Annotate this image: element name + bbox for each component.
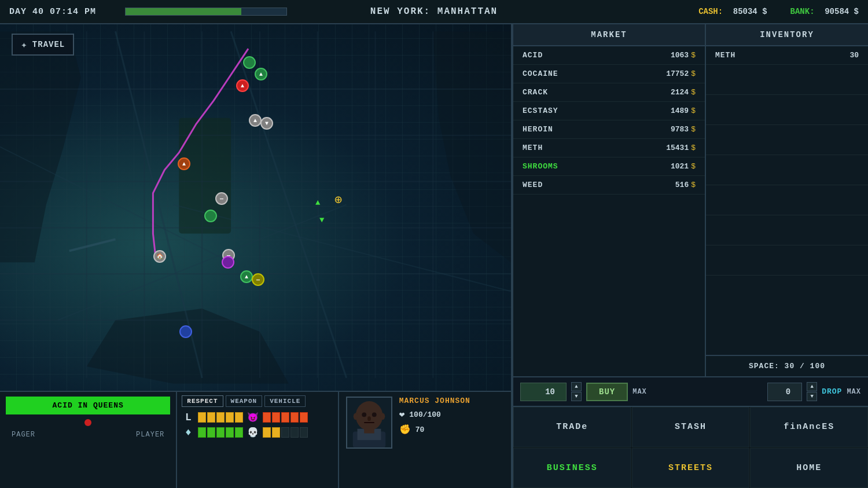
drug-row-cocaine[interactable]: COCAINE 17752 $ bbox=[513, 65, 705, 83]
location-label: NEW YORK: MANHATTAN bbox=[370, 6, 498, 17]
svg-point-27 bbox=[355, 401, 382, 431]
drug-row-meth[interactable]: METH 15431 $ bbox=[513, 139, 705, 157]
drug-row-crack[interactable]: CRACK 2124 $ bbox=[513, 83, 705, 102]
svg-point-32 bbox=[353, 413, 358, 420]
ebar-2 bbox=[272, 412, 280, 423]
map-svg bbox=[0, 24, 511, 391]
marker-white-1[interactable]: ▲ bbox=[249, 114, 262, 127]
drug-row-weed[interactable]: WEED 516 $ bbox=[513, 176, 705, 195]
sbar-4 bbox=[290, 427, 299, 438]
day-time: DAY 40 07:14 PM bbox=[9, 7, 113, 17]
stat-bars-diamond bbox=[198, 427, 243, 438]
drug-price-weed: 516 bbox=[675, 181, 689, 189]
svg-point-28 bbox=[362, 412, 366, 417]
character-section: MARCUS JOHNSON ❤️ 100/100 ✊ 70 bbox=[338, 392, 511, 488]
stat-row-level: L 😈 bbox=[182, 412, 333, 423]
svg-line-22 bbox=[69, 239, 116, 251]
travel-button[interactable]: ✦ TRAVEL bbox=[12, 34, 74, 56]
map-container[interactable]: ▲ ▲ ▲ ▼ ▲ — — ▲ — 🏠 ⊕ ▲ ▼ ✦ bbox=[0, 24, 512, 391]
sell-qty-down[interactable]: ▼ bbox=[807, 392, 817, 401]
drug-row-heroin[interactable]: HEROIN 9783 $ bbox=[513, 120, 705, 139]
char-strength-row: ✊ 70 bbox=[399, 424, 470, 435]
sell-spinners: ▲ ▼ bbox=[807, 382, 817, 401]
drug-row-shrooms[interactable]: SHROOMS 1021 $ bbox=[513, 157, 705, 176]
char-health-row: ❤️ 100/100 bbox=[399, 409, 470, 420]
space-indicator: SPACE: 30 / 100 bbox=[706, 355, 868, 376]
marker-green-3[interactable] bbox=[204, 210, 217, 222]
finances-button[interactable]: finAncES bbox=[750, 407, 868, 447]
marker-blue-1[interactable] bbox=[179, 325, 192, 338]
buy-quantity-input[interactable] bbox=[520, 383, 567, 401]
inv-row-meth[interactable]: METH 30 bbox=[706, 46, 868, 65]
marker-yellow-1[interactable]: — bbox=[252, 273, 264, 286]
dbar-4 bbox=[226, 427, 234, 438]
cash-label: CASH: bbox=[698, 7, 723, 16]
tab-vehicle[interactable]: VEHICLE bbox=[264, 395, 306, 407]
drug-name-weed: WEED bbox=[523, 181, 675, 189]
health-bar-container bbox=[125, 8, 287, 16]
stats-tabs: RESPECT WEAPON VEHICLE bbox=[182, 395, 333, 407]
sell-max-label[interactable]: MAX bbox=[847, 388, 861, 396]
marker-green-2[interactable] bbox=[243, 56, 256, 69]
stat-row-respect: ♦ 💀 bbox=[182, 427, 333, 438]
sell-qty-up[interactable]: ▲ bbox=[807, 382, 817, 391]
svg-point-33 bbox=[380, 413, 385, 420]
buy-max-label[interactable]: MAX bbox=[632, 388, 647, 396]
devil-icon: 😈 bbox=[247, 412, 259, 423]
bottom-area: ACID IN QUEENS PAGER PLAYER RESPECT WEAP… bbox=[0, 391, 512, 488]
home-button[interactable]: HOME bbox=[750, 448, 868, 489]
drug-price-cocaine: 17752 bbox=[666, 69, 689, 78]
drop-button[interactable]: DROP bbox=[822, 387, 842, 396]
finances-area: CASH: 85034 $ BANK: 90584 $ bbox=[698, 6, 859, 17]
buy-qty-down[interactable]: ▼ bbox=[571, 392, 582, 401]
stash-button[interactable]: STASH bbox=[632, 407, 750, 447]
market-col: MARKET ACID 1063 $ COCAINE 17752 $ CRACK… bbox=[513, 24, 706, 376]
action-buttons: TRADe STASH finAncES BUSINESS STREETS HO… bbox=[513, 407, 868, 488]
drug-row-acid[interactable]: ACID 1063 $ bbox=[513, 46, 705, 65]
inv-spacer-7 bbox=[706, 245, 868, 276]
pager-label[interactable]: PAGER bbox=[12, 431, 35, 439]
inv-spacer-3 bbox=[706, 125, 868, 155]
sbar-2 bbox=[272, 427, 280, 438]
tab-weapon[interactable]: WEAPON bbox=[226, 395, 263, 407]
portrait-svg bbox=[347, 397, 391, 448]
drug-name-acid: ACID bbox=[523, 51, 671, 60]
pager-section: ACID IN QUEENS PAGER PLAYER bbox=[0, 392, 176, 488]
sbar-1 bbox=[263, 427, 271, 438]
drug-row-ecstasy[interactable]: ECSTASY 1489 $ bbox=[513, 102, 705, 120]
buy-spinners: ▲ ▼ bbox=[571, 382, 582, 401]
marker-white-3[interactable]: — bbox=[215, 192, 228, 205]
inv-qty-meth: 30 bbox=[849, 51, 859, 60]
player-label[interactable]: PLAYER bbox=[136, 431, 164, 439]
drug-price-meth: 15431 bbox=[666, 144, 689, 152]
dbar-1 bbox=[198, 427, 206, 438]
sell-quantity-input[interactable] bbox=[767, 383, 802, 401]
stat-bars-level bbox=[198, 412, 243, 423]
marker-green-1[interactable]: ▲ bbox=[255, 68, 267, 80]
right-panel: MARKET ACID 1063 $ COCAINE 17752 $ CRACK… bbox=[512, 24, 868, 488]
sbar-3 bbox=[281, 427, 289, 438]
map-background: ▲ ▲ ▲ ▼ ▲ — — ▲ — 🏠 ⊕ ▲ ▼ bbox=[0, 24, 511, 391]
inv-spacer-5 bbox=[706, 185, 868, 215]
marker-red-1[interactable]: ▲ bbox=[236, 79, 249, 92]
ebar-4 bbox=[290, 412, 299, 423]
fist-icon: ✊ bbox=[399, 424, 411, 435]
marker-white-2[interactable]: ▼ bbox=[260, 117, 273, 130]
drug-name-heroin: HEROIN bbox=[523, 125, 671, 134]
tab-respect[interactable]: RESPECT bbox=[182, 395, 223, 407]
buy-qty-up[interactable]: ▲ bbox=[571, 382, 582, 391]
svg-point-29 bbox=[372, 412, 377, 417]
trade-button[interactable]: TRADe bbox=[513, 407, 631, 447]
buy-button[interactable]: BUY bbox=[586, 383, 628, 401]
drug-name-crack: CRACK bbox=[523, 88, 671, 97]
inv-spacer-2 bbox=[706, 95, 868, 125]
svg-line-20 bbox=[173, 205, 511, 292]
business-button[interactable]: BUSINESS bbox=[513, 448, 631, 489]
streets-button[interactable]: STREETS bbox=[632, 448, 750, 489]
stat-bars-evil bbox=[263, 412, 308, 423]
drug-name-ecstasy: ECSTASY bbox=[523, 107, 671, 115]
marker-green-4[interactable]: ▲ bbox=[240, 270, 253, 283]
stats-section: RESPECT WEAPON VEHICLE L 😈 bbox=[176, 392, 337, 488]
marker-purple-1[interactable] bbox=[222, 256, 234, 269]
marker-orange-1[interactable]: ▲ bbox=[178, 157, 190, 170]
